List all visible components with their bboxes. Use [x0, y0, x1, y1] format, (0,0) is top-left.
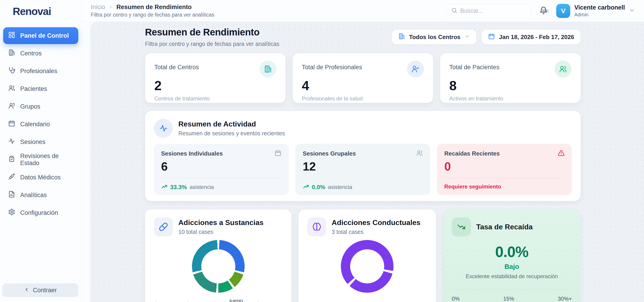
users-icon [8, 85, 15, 93]
attendance-label: asistencia [328, 184, 352, 190]
calendar-icon [8, 120, 15, 129]
pill-icon [154, 217, 173, 236]
divider [452, 290, 572, 290]
clipboard-check-icon [8, 155, 15, 164]
breadcrumb: Inicio Resumen de Rendimiento Filtra por… [91, 4, 214, 18]
recent-relapses-card: Recaídas Recientes 0 Requiere seguimient… [437, 144, 572, 195]
sidebar-item-label: Analíticas [20, 192, 47, 199]
users-icon [416, 150, 423, 157]
chevron-right-icon [108, 4, 113, 10]
hospital-icon [260, 61, 276, 77]
group-sessions-card: Sesiones Grupales 12 0.0% asistencia [296, 144, 430, 195]
legend-item: Cocaina [256, 298, 283, 302]
group-icon [8, 102, 15, 111]
alert-triangle-icon [558, 150, 564, 157]
collapse-sidebar-button[interactable]: Contraer [2, 283, 78, 297]
date-range-picker[interactable]: Jan 18, 2026 - Feb 17, 2026 [482, 30, 581, 45]
scale-min: 0% [452, 296, 460, 302]
sidebar-item-panel-de-control[interactable]: Panel de Control [3, 27, 78, 44]
relapse-rate-level: Bajo [452, 263, 572, 270]
top-header: Inicio Resumen de Rendimiento Filtra por… [82, 0, 644, 22]
chart-title: Adicciones Conductuales [332, 218, 420, 227]
sidebar-item-label: Grupos [20, 103, 40, 110]
sidebar-nav: Panel de Control Centros Profesionales P… [0, 23, 82, 221]
stat-value: 4 [302, 78, 424, 93]
scale-max: 30%+ [558, 296, 572, 302]
gauge-scale: 0% 15% 30%+ [452, 296, 572, 302]
sidebar-item-label: Profesionales [20, 68, 58, 75]
sidebar-item-label: Revisiones de Estado [20, 153, 75, 167]
sidebar-item-sesiones[interactable]: Sesiones [3, 134, 78, 150]
search-icon [451, 7, 458, 15]
stat-caption: Profesionales de la salud [302, 95, 424, 102]
collapse-label: Contraer [33, 287, 57, 294]
individual-sessions-card: Sesiones Individuales 6 33.3% asistencia [154, 144, 289, 195]
gauge-title: Tasa de Recaída [476, 223, 532, 231]
chart-legend: Alcohol Cannabis juego patoló... Cocaina [154, 298, 283, 302]
calendar-icon [274, 150, 282, 157]
mini-card-label: Sesiones Grupales [303, 150, 356, 157]
chevron-left-icon [24, 287, 29, 294]
behavioral-donut-chart [341, 240, 394, 293]
user-check-icon [407, 61, 424, 77]
stat-card-pacientes: Total de Pacientes 8 Activos en tratamie… [440, 53, 581, 103]
mini-card-value: 12 [303, 160, 423, 173]
sidebar-item-label: Centros [20, 50, 42, 57]
legend-item: juego patoló... [222, 298, 249, 302]
breadcrumb-home[interactable]: Inicio [91, 4, 105, 11]
sidebar-item-configuracion[interactable]: Configuración [3, 204, 78, 221]
stat-caption: Centros de tratamiento [154, 95, 276, 102]
gear-icon [8, 208, 15, 217]
stethoscope-icon [8, 67, 15, 75]
legend-item: Cannabis [186, 298, 216, 302]
substance-donut-chart [192, 240, 244, 293]
logo-row: Renovai [0, 0, 82, 23]
mini-card-label: Recaídas Recientes [444, 150, 500, 157]
search-box[interactable]: ⌘K [446, 4, 531, 18]
page-title: Resumen de Rendimiento [145, 27, 279, 38]
attendance-label: asistencia [190, 184, 214, 190]
stat-card-centros: Total de Centros 2 Centros de tratamient… [145, 53, 286, 103]
user-menu[interactable]: V Vicente carbonell Admin [556, 4, 635, 18]
mini-card-value: 6 [161, 160, 282, 173]
followup-note: Requiere seguimiento [444, 183, 564, 190]
sidebar-item-analiticas[interactable]: Analíticas [3, 187, 78, 203]
behavioral-addictions-card: Adicciones Conductuales 3 total cases [298, 209, 436, 302]
sidebar-item-pacientes[interactable]: Pacientes [3, 80, 78, 97]
dashboard-icon [8, 31, 15, 40]
brain-icon [307, 217, 326, 236]
breadcrumb-current: Resumen de Rendimiento [116, 4, 192, 11]
attendance-percent: 33.3% [170, 184, 187, 191]
sidebar-item-calendario[interactable]: Calendario [3, 116, 78, 133]
search-input[interactable] [458, 7, 539, 14]
activity-pulse-icon [154, 119, 173, 138]
building-icon [8, 49, 15, 58]
sidebar-item-grupos[interactable]: Grupos [3, 98, 78, 115]
relapse-rate-description: Excelente estabilidad de recuperación [452, 273, 572, 279]
chart-subtitle: 3 total cases [332, 229, 420, 235]
chart-subtitle: 10 total cases [178, 229, 264, 235]
file-chart-icon [8, 191, 15, 199]
sidebar-item-profesionales[interactable]: Profesionales [3, 63, 78, 80]
sidebar-item-centros[interactable]: Centros [3, 45, 78, 62]
notifications-bell-icon[interactable] [540, 6, 548, 16]
substance-addictions-card: Adicciones a Sustancias 10 total cases A… [145, 209, 292, 302]
trending-down-icon [452, 217, 471, 236]
activity-summary-card: Resumen de Actividad Resumen de sesiones… [145, 111, 581, 201]
avatar: V [556, 4, 570, 18]
mini-card-label: Sesiones Individuales [161, 150, 223, 157]
center-filter-dropdown[interactable]: Todos los Centros [392, 30, 476, 45]
sidebar-item-label: Configuración [20, 209, 58, 216]
mini-card-value: 0 [444, 160, 564, 173]
sidebar-item-label: Datos Médicos [20, 174, 61, 181]
user-name: Vicente carbonell [574, 4, 625, 11]
activity-title: Resumen de Actividad [178, 120, 285, 128]
sidebar-item-datos-medicos[interactable]: Datos Médicos [3, 169, 78, 186]
sidebar-item-label: Sesiones [20, 139, 46, 146]
chevron-down-icon [629, 8, 635, 14]
trending-up-icon [303, 183, 309, 191]
page-subtitle: Filtra por centro y rango de fechas para… [145, 41, 279, 47]
sidebar-item-revisiones-de-estado[interactable]: Revisiones de Estado [3, 151, 78, 168]
users-icon [554, 61, 572, 77]
date-range-value: Jan 18, 2026 - Feb 17, 2026 [499, 34, 574, 41]
